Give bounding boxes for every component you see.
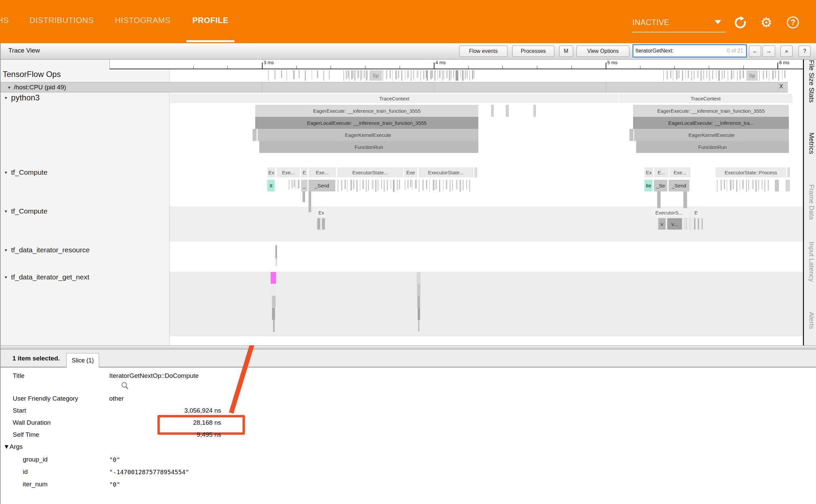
detail-row-args[interactable]: ▼Args [0,441,268,452]
trace-tick-slice[interactable] [405,180,405,190]
app-tab-histograms[interactable]: HISTOGRAMS [110,0,176,41]
trace-tick-slice[interactable] [746,180,747,192]
trace-tick-slice[interactable] [727,180,727,192]
trace-tick-slice[interactable] [453,70,454,78]
trace-tick-slice[interactable] [775,70,776,78]
trace-tick-slice[interactable] [415,180,417,188]
trace-tick-slice[interactable] [463,180,464,190]
trace-slice[interactable]: E... [654,167,669,177]
app-tab-distributions[interactable]: DISTRIBUTIONS [25,0,98,41]
prev-button[interactable]: ← [749,46,761,57]
trace-slice[interactable] [701,218,703,230]
trace-slice[interactable]: EagerExecute: __inference_train_function… [633,105,789,117]
ops-search-icon[interactable] [121,382,131,392]
trace-tick-slice[interactable] [360,180,360,190]
trace-tick-slice[interactable] [472,70,473,79]
trace-tick-slice[interactable] [728,70,728,81]
trace-tick-slice[interactable] [386,70,387,79]
trace-tick-slice[interactable] [676,70,678,79]
trace-tick-slice[interactable] [673,70,673,81]
trace-tick-slice[interactable] [268,70,269,81]
trace-tick-slice[interactable] [435,180,437,189]
side-tab-metrics[interactable]: Metrics [805,133,815,154]
trace-tick-slice[interactable] [763,70,764,79]
trace-tick-slice[interactable] [731,70,732,79]
trace-tick-slice[interactable] [392,70,393,81]
trace-tick-slice[interactable] [352,70,354,78]
trace-tick-slice[interactable] [393,180,395,192]
trace-tick-slice[interactable] [405,70,406,79]
sidebar-track-python3[interactable]: ▾python3 [5,93,40,102]
trace-tick-slice[interactable] [378,180,379,190]
trace-tick-slice[interactable] [450,180,451,192]
trace-tick-slice[interactable] [360,70,361,81]
trace-tick-slice[interactable] [381,180,382,189]
trace-tick-slice[interactable] [422,180,424,190]
trace-tick-slice[interactable] [413,70,414,79]
trace-tick-slice[interactable] [338,180,338,192]
trace-slice[interactable]: EagerKernelExecute [634,129,789,141]
trace-tick-slice[interactable] [467,70,468,78]
trace-slice[interactable]: Exe... [277,167,300,177]
sidebar-track-tf_Compute[interactable]: ▾tf_Compute [5,207,48,215]
refresh-icon[interactable] [734,16,747,29]
trace-slice[interactable] [491,105,494,117]
trace-slice[interactable]: Sp [369,70,382,81]
trace-slice[interactable]: It [267,180,275,191]
trace-tick-slice[interactable] [460,70,461,78]
trace-tick-slice[interactable] [305,70,306,81]
trace-tick-slice[interactable] [743,70,744,78]
trace-tick-slice[interactable] [663,70,664,81]
trace-tick-slice[interactable] [295,180,296,190]
trace-tick-slice[interactable] [784,70,786,78]
trace-slice[interactable]: EagerLocalExecute: __inference_train_fun… [255,117,478,129]
trace-tick-slice[interactable] [724,180,725,189]
trace-tick-slice[interactable] [769,70,769,81]
trace-slice[interactable] [273,320,275,332]
toolbar-button-flow-events[interactable]: Flow events [459,46,507,57]
side-tab-alerts[interactable]: Alerts [805,312,815,329]
trace-tick-slice[interactable] [706,70,707,78]
trace-tick-slice[interactable] [460,180,461,192]
trace-tick-slice[interactable] [442,70,443,81]
trace-tick-slice[interactable] [678,70,680,78]
close-icon[interactable]: X [779,83,783,90]
trace-tick-slice[interactable] [375,180,377,192]
trace-tick-slice[interactable] [293,70,295,79]
trace-slice[interactable] [272,296,276,307]
trace-tick-slice[interactable] [349,70,350,81]
toolbar-button-view-options[interactable]: View Options [576,46,629,57]
trace-slice[interactable] [417,284,420,296]
trace-tick-slice[interactable] [407,180,409,188]
trace-slice[interactable]: Ex [317,208,326,217]
help-icon[interactable]: ? [787,16,799,28]
trace-tick-slice[interactable] [737,70,738,81]
trace-slice[interactable]: _Send [669,180,689,191]
trace-slice[interactable] [786,180,790,191]
trace-slice[interactable] [657,191,661,210]
trace-tick-slice[interactable] [718,70,720,81]
trace-tick-slice[interactable] [439,180,440,192]
trace-tick-slice[interactable] [384,180,385,192]
trace-tick-slice[interactable] [449,70,450,81]
trace-tick-slice[interactable] [670,70,671,78]
trace-tick-slice[interactable] [358,70,359,78]
trace-tick-slice[interactable] [429,180,430,192]
trace-tick-slice[interactable] [399,180,400,189]
next-button[interactable]: → [762,46,775,57]
trace-slice[interactable] [276,258,277,266]
trace-tick-slice[interactable] [383,70,383,81]
trace-tick-slice[interactable] [354,70,355,81]
trace-tick-slice[interactable] [323,70,324,81]
trace-tick-slice[interactable] [312,70,312,79]
trace-tick-slice[interactable] [398,70,399,78]
trace-tick-slice[interactable] [341,180,342,190]
trace-tick-slice[interactable] [363,70,365,78]
trace-tick-slice[interactable] [366,180,367,192]
trace-tick-slice[interactable] [721,180,722,190]
trace-slice[interactable]: ExecutorState... [418,167,473,177]
sidebar-track-tf_data_iterator_get_next[interactable]: ▾tf_data_iterator_get_next [5,273,89,281]
trace-slice[interactable]: E [693,208,699,217]
trace-tick-slice[interactable] [439,70,440,78]
trace-tick-slice[interactable] [289,180,289,190]
